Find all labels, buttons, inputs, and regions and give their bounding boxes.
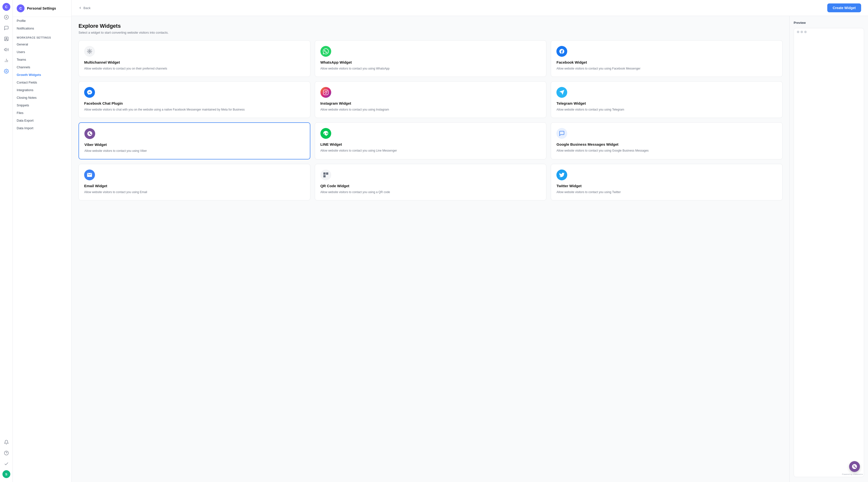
widget-card-viber[interactable]: Viber WidgetAllow website visitors to co… — [79, 122, 310, 160]
page-title: Explore Widgets — [79, 23, 783, 29]
sidebar-item-teams[interactable]: Teams — [13, 56, 71, 63]
home-icon[interactable] — [2, 13, 11, 22]
gbm-icon — [556, 128, 567, 139]
svg-line-18 — [91, 52, 91, 53]
contacts-icon[interactable] — [2, 34, 11, 43]
svg-rect-27 — [324, 173, 325, 174]
sidebar-item-channels[interactable]: Channels — [13, 63, 71, 71]
preview-box: Powered by chatwoot.io — [794, 28, 864, 477]
widget-card-line[interactable]: LINE WidgetAllow website visitors to con… — [315, 122, 547, 160]
broadcast-icon[interactable] — [2, 45, 11, 54]
preview-dot-3 — [804, 31, 807, 33]
sidebar-item-contact-fields[interactable]: Contact Fields — [13, 79, 71, 86]
sidebar-item-data-export[interactable]: Data Export — [13, 117, 71, 124]
checkmark-icon[interactable] — [2, 459, 11, 468]
sidebar-item-notifications[interactable]: Notifications — [13, 25, 71, 32]
widget-desc-email: Allow website visitors to contact you us… — [84, 190, 305, 194]
widget-title-viber: Viber Widget — [84, 142, 305, 147]
widget-title-email: Email Widget — [84, 184, 305, 188]
svg-marker-5 — [4, 48, 6, 51]
widget-title-multichannel: Multichannel Widget — [84, 60, 305, 64]
widget-card-qr[interactable]: QR Code WidgetAllow website visitors to … — [315, 164, 547, 200]
user-avatar-s[interactable]: S — [2, 470, 10, 478]
email-icon — [84, 170, 95, 180]
svg-point-9 — [6, 71, 7, 72]
notification-icon[interactable] — [2, 438, 11, 447]
sidebar-item-general[interactable]: General — [13, 40, 71, 48]
widget-title-qr: QR Code Widget — [320, 184, 541, 188]
whatsapp-icon — [320, 46, 331, 57]
chat-icon[interactable] — [2, 24, 11, 32]
settings-icon[interactable] — [2, 67, 11, 76]
widget-card-whatsapp[interactable]: WhatsApp WidgetAllow website visitors to… — [315, 40, 547, 77]
workspace-settings-label: Workspace Settings — [13, 32, 71, 40]
workspace-settings-section: GeneralUsersTeamsChannelsGrowth WidgetsC… — [13, 40, 71, 132]
widget-card-facebook[interactable]: Facebook WidgetAllow website visitors to… — [551, 40, 783, 77]
left-nav: C S — [0, 0, 13, 482]
back-button[interactable]: Back — [79, 6, 91, 10]
create-widget-button[interactable]: Create Widget — [827, 3, 861, 12]
preview-panel: Preview Powered by chatwoot.io — [789, 16, 868, 482]
back-label: Back — [84, 6, 91, 10]
sidebar-item-files[interactable]: Files — [13, 109, 71, 117]
widget-desc-instagram: Allow website visitors to contact you us… — [320, 107, 541, 112]
telegram-icon — [556, 87, 567, 98]
widget-title-gbm: Google Business Messages Widget — [556, 142, 777, 146]
widget-desc-line: Allow website visitors to contact you us… — [320, 148, 541, 153]
svg-point-4 — [6, 38, 7, 39]
sidebar-item-integrations[interactable]: Integrations — [13, 86, 71, 94]
sidebar-item-profile[interactable]: Profile — [13, 17, 71, 25]
widget-card-multichannel[interactable]: Multichannel WidgetAllow website visitor… — [79, 40, 310, 77]
widget-desc-qr: Allow website visitors to contact you us… — [320, 190, 541, 194]
sidebar-title: Personal Settings — [27, 6, 56, 10]
svg-point-12 — [89, 51, 90, 52]
widgets-panel: Explore Widgets Select a widget to start… — [72, 16, 789, 482]
widget-desc-multichannel: Allow website visitors to contact you on… — [84, 66, 305, 71]
sidebar-avatar: C — [17, 4, 25, 12]
preview-dots — [794, 28, 864, 36]
widget-card-email[interactable]: Email WidgetAllow website visitors to co… — [79, 164, 310, 200]
svg-rect-21 — [323, 90, 328, 95]
widget-card-gbm[interactable]: Google Business Messages WidgetAllow web… — [551, 122, 783, 160]
widget-title-facebook: Facebook Widget — [556, 60, 777, 64]
sidebar-item-data-import[interactable]: Data Import — [13, 124, 71, 132]
widget-title-telegram: Telegram Widget — [556, 101, 777, 105]
instagram-icon — [320, 87, 331, 98]
widget-title-line: LINE Widget — [320, 142, 541, 146]
sidebar-header: C Personal Settings — [13, 0, 71, 17]
widget-title-whatsapp: WhatsApp Widget — [320, 60, 541, 64]
widget-desc-facebook: Allow website visitors to contact you us… — [556, 66, 777, 71]
widget-card-twitter[interactable]: Twitter WidgetAllow website visitors to … — [551, 164, 783, 200]
sidebar-item-users[interactable]: Users — [13, 48, 71, 56]
sidebar-item-closing-notes[interactable]: Closing Notes — [13, 94, 71, 102]
qr-icon — [320, 170, 331, 180]
widget-card-telegram[interactable]: Telegram WidgetAllow website visitors to… — [551, 81, 783, 118]
widget-card-instagram[interactable]: Instagram WidgetAllow website visitors t… — [315, 81, 547, 118]
widget-desc-viber: Allow website visitors to contact you us… — [84, 149, 305, 153]
widget-desc-whatsapp: Allow website visitors to contact you us… — [320, 66, 541, 71]
sidebar-item-growth-widgets[interactable]: Growth Widgets — [13, 71, 71, 79]
preview-dot-2 — [801, 31, 803, 33]
svg-rect-28 — [327, 173, 328, 174]
preview-dot-1 — [797, 31, 799, 33]
preview-powered-by: Powered by chatwoot.io — [842, 473, 863, 475]
topbar: Back Create Widget — [72, 0, 868, 16]
widget-title-twitter: Twitter Widget — [556, 184, 777, 188]
svg-line-17 — [88, 50, 89, 50]
help-icon[interactable] — [2, 449, 11, 457]
widgets-grid: Multichannel WidgetAllow website visitor… — [79, 40, 783, 200]
svg-point-10 — [4, 451, 8, 455]
content-area: Explore Widgets Select a widget to start… — [72, 16, 868, 482]
twitter-icon — [556, 170, 567, 180]
widget-title-instagram: Instagram Widget — [320, 101, 541, 105]
sidebar-item-snippets[interactable]: Snippets — [13, 102, 71, 109]
widget-desc-twitter: Allow website visitors to contact you us… — [556, 190, 777, 194]
svg-line-19 — [88, 52, 89, 53]
preview-label: Preview — [794, 21, 864, 25]
widget-card-fbchat[interactable]: Facebook Chat PluginAllow website visito… — [79, 81, 310, 118]
viber-fab-preview — [849, 461, 860, 472]
widget-desc-gbm: Allow website visitors to contact you us… — [556, 148, 777, 153]
user-avatar-c[interactable]: C — [2, 3, 10, 11]
viber-icon — [84, 128, 95, 139]
reports-icon[interactable] — [2, 56, 11, 65]
